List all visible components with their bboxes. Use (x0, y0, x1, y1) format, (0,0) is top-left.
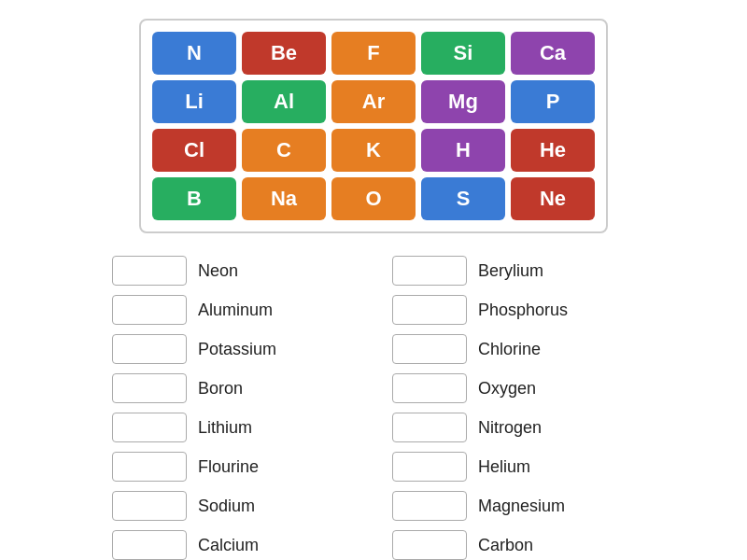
element-tile-n[interactable]: N (152, 32, 236, 75)
match-row-left-6: Sodium (112, 491, 355, 521)
element-tile-o[interactable]: O (331, 177, 416, 220)
match-row-right-6: Magnesium (392, 491, 635, 521)
match-row-right-3: Oxygen (392, 373, 635, 403)
drop-box-right-6[interactable] (392, 491, 467, 521)
drop-box-right-0[interactable] (392, 256, 467, 286)
match-label-right-0: Berylium (478, 261, 543, 281)
drop-box-left-1[interactable] (112, 295, 187, 325)
element-tile-ne[interactable]: Ne (511, 177, 595, 220)
match-label-left-1: Aluminum (198, 301, 273, 320)
element-tile-h[interactable]: H (421, 129, 505, 172)
match-label-left-7: Calcium (198, 536, 259, 555)
match-label-right-1: Phosphorus (478, 301, 568, 320)
element-tile-b[interactable]: B (152, 177, 236, 220)
match-row-right-1: Phosphorus (392, 295, 635, 325)
drop-box-left-0[interactable] (112, 256, 187, 286)
element-tile-s[interactable]: S (421, 177, 505, 220)
drop-box-left-5[interactable] (112, 452, 187, 482)
match-row-right-5: Helium (392, 452, 635, 482)
match-label-right-3: Oxygen (478, 379, 536, 399)
element-tile-k[interactable]: K (331, 129, 416, 172)
drop-box-left-2[interactable] (112, 334, 187, 364)
element-tile-ar[interactable]: Ar (331, 80, 416, 123)
match-row-left-3: Boron (112, 373, 355, 403)
match-row-left-7: Calcium (112, 530, 355, 560)
element-tile-na[interactable]: Na (242, 177, 326, 220)
element-tile-be[interactable]: Be (242, 32, 326, 75)
element-tile-p[interactable]: P (511, 80, 595, 123)
match-area: NeonBeryliumAluminumPhosphorusPotassiumC… (112, 256, 635, 560)
match-row-right-2: Chlorine (392, 334, 635, 364)
element-tile-si[interactable]: Si (421, 32, 505, 75)
match-label-right-5: Helium (478, 457, 530, 477)
drop-box-right-4[interactable] (392, 413, 467, 442)
match-label-right-4: Nitrogen (478, 418, 542, 438)
match-label-left-0: Neon (198, 261, 238, 281)
drop-box-right-1[interactable] (392, 295, 467, 325)
match-label-left-6: Sodium (198, 497, 255, 516)
drop-box-right-5[interactable] (392, 452, 467, 482)
drop-box-left-6[interactable] (112, 491, 187, 521)
match-row-left-1: Aluminum (112, 295, 355, 325)
drop-box-left-4[interactable] (112, 413, 187, 442)
match-label-left-2: Potassium (198, 340, 276, 359)
element-tile-mg[interactable]: Mg (421, 80, 505, 123)
match-label-left-5: Flourine (198, 457, 259, 477)
match-row-right-0: Berylium (392, 256, 635, 286)
element-tile-he[interactable]: He (511, 129, 595, 172)
element-tile-c[interactable]: C (242, 129, 326, 172)
drop-box-right-3[interactable] (392, 373, 467, 403)
element-tile-ca[interactable]: Ca (511, 32, 595, 75)
match-label-right-2: Chlorine (478, 340, 541, 359)
drop-box-left-7[interactable] (112, 530, 187, 560)
element-tile-f[interactable]: F (331, 32, 416, 75)
match-row-right-4: Nitrogen (392, 413, 635, 442)
match-label-left-4: Lithium (198, 418, 252, 438)
match-label-right-6: Magnesium (478, 497, 565, 516)
element-tile-al[interactable]: Al (242, 80, 326, 123)
element-tile-cl[interactable]: Cl (152, 129, 236, 172)
drop-box-right-7[interactable] (392, 530, 467, 560)
drop-box-right-2[interactable] (392, 334, 467, 364)
match-row-left-2: Potassium (112, 334, 355, 364)
match-row-left-5: Flourine (112, 452, 355, 482)
drop-box-left-3[interactable] (112, 373, 187, 403)
match-row-left-0: Neon (112, 256, 355, 286)
match-label-left-3: Boron (198, 379, 243, 399)
element-tile-li[interactable]: Li (152, 80, 236, 123)
tile-grid: NBeFSiCaLiAlArMgPClCKHHeBNaOSNe (139, 19, 608, 233)
match-label-right-7: Carbon (478, 536, 533, 555)
match-row-left-4: Lithium (112, 413, 355, 442)
match-row-right-7: Carbon (392, 530, 635, 560)
